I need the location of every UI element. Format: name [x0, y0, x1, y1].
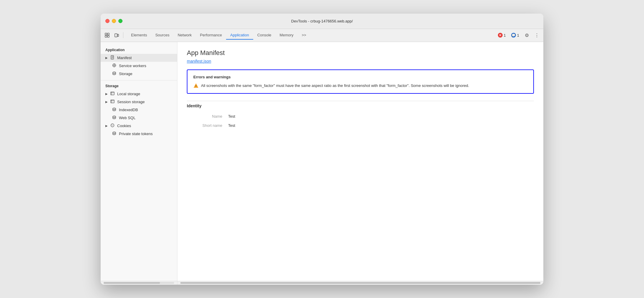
sidebar-item-manifest[interactable]: ▶ Manifest: [101, 54, 177, 62]
main-content: App Manifest manifest.json Errors and wa…: [177, 42, 543, 281]
tab-console[interactable]: Console: [253, 31, 276, 40]
sidebar-item-session-storage[interactable]: ▶ Session storage: [101, 98, 177, 106]
settings-icon[interactable]: ⚙: [523, 31, 531, 39]
window-title: DevTools - crbug-1476656.web.app/: [291, 19, 353, 23]
toolbar-tabs: Elements Sources Network Performance App…: [127, 31, 310, 40]
svg-rect-1: [107, 33, 109, 35]
toolbar-right: ✕ 1 💬 1 ⚙ ⋮: [496, 31, 541, 39]
titlebar: DevTools - crbug-1476656.web.app/: [101, 14, 543, 29]
svg-rect-5: [117, 34, 119, 36]
svg-point-24: [113, 116, 116, 117]
svg-text:!: !: [196, 85, 197, 88]
sidebar-local-storage-label: Local storage: [117, 92, 140, 96]
tab-more[interactable]: >>: [298, 31, 310, 40]
session-storage-arrow-icon: ▶: [105, 100, 108, 103]
tab-application[interactable]: Application: [226, 31, 253, 40]
sidebar-divider-1: [101, 80, 177, 80]
warning-triangle-icon: !: [193, 83, 199, 88]
main-layout: Application ▶ Manifest: [101, 42, 543, 281]
session-storage-icon: [110, 99, 115, 104]
content-scrollbar[interactable]: [177, 281, 543, 285]
device-toggle-icon[interactable]: [112, 31, 121, 39]
toolbar-divider-1: [123, 32, 123, 38]
bottom-bar: [101, 281, 543, 285]
sidebar-item-web-sql[interactable]: Web SQL: [101, 114, 177, 122]
more-menu-icon[interactable]: ⋮: [533, 31, 541, 39]
error-icon: ✕: [498, 33, 503, 38]
error-item-1: ! All screenshots with the same "form_fa…: [193, 83, 527, 89]
errors-warnings-box: Errors and warnings ! All screenshots wi…: [187, 69, 534, 94]
name-value: Test: [228, 114, 235, 119]
short-name-label: Short name: [187, 123, 228, 128]
sidebar: Application ▶ Manifest: [101, 42, 177, 281]
tab-network[interactable]: Network: [174, 31, 196, 40]
application-section-title: Application: [101, 47, 177, 54]
svg-rect-20: [111, 100, 114, 103]
indexeddb-icon: [112, 107, 117, 112]
manifest-link[interactable]: manifest.json: [187, 59, 211, 64]
sidebar-item-service-workers[interactable]: Service workers: [101, 62, 177, 70]
svg-point-31: [113, 132, 116, 133]
maximize-button[interactable]: [118, 19, 122, 23]
sidebar-storage-app-label: Storage: [119, 72, 133, 76]
svg-point-11: [114, 65, 115, 66]
message-count: 1: [517, 33, 519, 38]
svg-point-27: [113, 125, 113, 125]
private-state-tokens-icon: [112, 131, 117, 136]
svg-rect-17: [111, 92, 114, 95]
service-workers-icon: [112, 63, 117, 68]
svg-point-28: [112, 126, 113, 126]
name-label: Name: [187, 114, 228, 119]
svg-rect-4: [115, 34, 117, 37]
web-sql-icon: [112, 115, 117, 120]
short-name-value: Test: [228, 123, 235, 128]
message-icon: 💬: [511, 33, 516, 38]
svg-rect-2: [105, 35, 107, 37]
local-storage-icon: [110, 91, 115, 96]
identity-section-title: Identity: [187, 101, 534, 112]
minimize-button[interactable]: [112, 19, 116, 23]
cookies-arrow-icon: ▶: [105, 124, 108, 127]
sidebar-item-private-state-tokens[interactable]: Private state tokens: [101, 130, 177, 138]
sidebar-item-local-storage[interactable]: ▶ Local storage: [101, 90, 177, 98]
identity-short-name-row: Short name Test: [187, 121, 534, 130]
sidebar-web-sql-label: Web SQL: [119, 116, 135, 120]
devtools-window: DevTools - crbug-1476656.web.app/ Elemen…: [101, 14, 543, 285]
cookies-icon: [110, 123, 115, 128]
svg-point-30: [113, 126, 113, 126]
svg-rect-0: [105, 33, 107, 35]
svg-point-25: [111, 124, 114, 127]
traffic-lights: [105, 19, 122, 23]
sidebar-session-storage-label: Session storage: [117, 100, 145, 104]
sidebar-scrollbar[interactable]: [101, 281, 177, 285]
sidebar-item-indexeddb[interactable]: IndexedDB: [101, 106, 177, 114]
local-storage-arrow-icon: ▶: [105, 92, 108, 95]
page-title: App Manifest: [187, 49, 534, 57]
svg-point-23: [113, 108, 116, 109]
sidebar-manifest-label: Manifest: [117, 56, 132, 60]
tab-performance[interactable]: Performance: [196, 31, 226, 40]
manifest-arrow-icon: ▶: [105, 56, 108, 59]
sidebar-indexeddb-label: IndexedDB: [119, 108, 138, 112]
storage-app-icon: [112, 71, 117, 76]
error-badge-button[interactable]: ✕ 1: [496, 32, 508, 38]
sidebar-item-storage-app[interactable]: Storage: [101, 70, 177, 78]
close-button[interactable]: [105, 19, 109, 23]
tab-sources[interactable]: Sources: [151, 31, 174, 40]
error-message-text: All screenshots with the same "form_fact…: [201, 83, 469, 89]
svg-point-16: [113, 72, 116, 73]
sidebar-service-workers-label: Service workers: [119, 64, 146, 68]
tab-elements[interactable]: Elements: [127, 31, 151, 40]
errors-title: Errors and warnings: [193, 75, 527, 79]
sidebar-item-cookies[interactable]: ▶ Cookies: [101, 122, 177, 130]
svg-point-26: [112, 124, 112, 125]
manifest-file-icon: [110, 55, 115, 60]
tab-memory[interactable]: Memory: [275, 31, 298, 40]
message-badge-button[interactable]: 💬 1: [509, 32, 521, 38]
toolbar: Elements Sources Network Performance App…: [101, 29, 543, 42]
svg-point-29: [111, 125, 112, 126]
inspector-icon[interactable]: [103, 31, 111, 39]
storage-section-title: Storage: [101, 83, 177, 90]
sidebar-cookies-label: Cookies: [117, 124, 131, 128]
sidebar-private-state-tokens-label: Private state tokens: [119, 132, 153, 136]
